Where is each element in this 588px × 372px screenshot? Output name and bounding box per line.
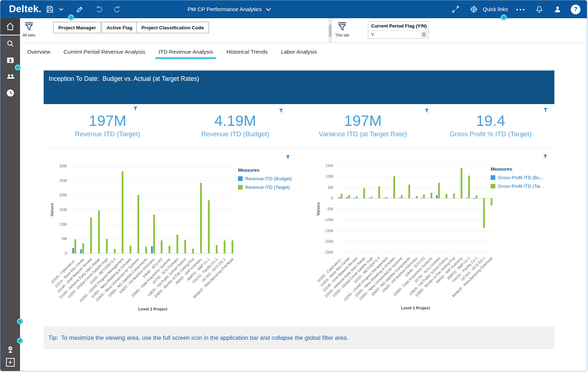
quick-links-target-icon[interactable] [469,4,479,14]
filter-classification-code-button[interactable]: Project Classification Code [136,22,209,33]
bar[interactable] [386,197,388,198]
bar[interactable] [216,245,218,253]
bar[interactable] [384,198,385,198]
bar[interactable] [483,198,485,228]
bar[interactable] [348,195,350,198]
bar[interactable] [423,195,425,198]
bar[interactable] [453,194,455,198]
legend-item[interactable]: Gross Profit ITD (Tar... [491,183,548,189]
bar[interactable] [468,176,470,198]
all-tabs-filter[interactable]: All tabs [18,22,40,37]
bar[interactable] [438,183,440,198]
bar[interactable] [137,195,139,253]
sidebar-search-icon[interactable] [0,35,20,52]
bar[interactable] [476,195,477,198]
this-tab-filter[interactable]: This tab [331,22,353,37]
bar[interactable] [145,247,147,253]
bar[interactable] [153,215,155,253]
bar[interactable] [371,197,373,198]
kpi-filter-funnel-icon[interactable] [133,106,138,113]
bar[interactable] [114,249,116,253]
fullscreen-expand-icon[interactable] [451,4,461,14]
bar[interactable] [208,200,210,253]
title-chevron-down-icon[interactable] [266,6,271,13]
bar[interactable] [491,198,492,206]
quick-links-label[interactable]: Quick links [483,6,508,12]
bar[interactable] [192,249,194,253]
kpi-filter-funnel-icon[interactable] [424,108,429,115]
bar[interactable] [401,195,403,198]
kpi-filter-funnel-icon[interactable] [279,108,283,115]
kpi-revenue-itd-target[interactable]: 197M Revenue ITD (Target) [44,104,171,148]
tab-labor-analysis[interactable]: Labor Analysis [281,43,317,60]
bar[interactable] [80,249,82,253]
bar[interactable] [106,239,108,253]
edit-pencil-icon[interactable] [75,4,85,14]
bar[interactable] [461,168,462,198]
tab-historical-trends[interactable]: Historical Trends [226,43,267,60]
bar[interactable] [369,198,370,198]
hotspot-marker[interactable] [501,15,506,20]
save-chevron-down-icon[interactable] [58,4,64,14]
sidebar-home-icon[interactable] [0,18,20,35]
bar[interactable] [421,198,423,198]
tab-itd-revenue-analysis[interactable]: ITD Revenue Analysis [159,43,213,60]
filter-project-manager-button[interactable]: Project Manager [53,22,101,33]
bar[interactable] [232,240,233,253]
bar[interactable] [151,246,153,253]
legend-item[interactable]: Revenue ITD (Target) [238,185,295,190]
bar[interactable] [341,194,342,198]
bar[interactable] [130,246,131,253]
kpi-gross-profit-pct[interactable]: 19.4 Gross Profit % ITD (Target) [427,104,554,148]
sidebar-add-icon[interactable]: + [6,358,15,367]
legend-item[interactable]: Gross Profit ITD (Bu... [491,175,548,180]
bar[interactable] [399,198,400,198]
hotspot-marker[interactable] [15,65,20,70]
help-icon[interactable]: ? [571,5,580,14]
more-options-icon[interactable]: ••• [516,6,526,13]
hotspot-marker[interactable] [17,319,23,324]
bar[interactable] [184,240,186,253]
bar[interactable] [161,240,162,253]
bar[interactable] [431,193,432,198]
kpi-filter-funnel-icon[interactable] [543,108,548,114]
sidebar-user-check-icon[interactable] [0,342,20,358]
bar[interactable] [378,186,380,198]
bar[interactable] [122,171,123,253]
bar[interactable] [408,185,410,198]
legend-item[interactable]: Revenue ITD (Budget) [238,176,295,181]
bar[interactable] [363,188,365,198]
bar[interactable] [393,176,395,198]
bar[interactable] [416,196,418,198]
chart-filter-funnel-icon[interactable] [543,154,548,161]
bar[interactable] [473,198,475,199]
bar[interactable] [82,243,84,253]
bar[interactable] [466,198,468,198]
bar[interactable] [200,183,202,253]
user-profile-icon[interactable] [553,4,563,14]
bar[interactable] [169,246,170,253]
hotspot-marker[interactable] [68,15,74,20]
bar[interactable] [72,248,74,253]
sidebar-clock-icon[interactable] [0,85,20,101]
notifications-bell-icon[interactable] [534,4,544,14]
tab-overview[interactable]: Overview [27,43,50,60]
hotspot-marker[interactable] [17,338,23,343]
bar[interactable] [436,195,438,198]
chart-filter-funnel-icon[interactable] [286,155,290,161]
bar[interactable] [176,235,178,253]
bar[interactable] [339,197,340,198]
bar[interactable] [224,240,225,253]
bar[interactable] [354,198,355,198]
bar[interactable] [90,217,92,253]
bar[interactable] [98,210,100,253]
save-icon[interactable] [45,4,55,14]
sidebar-contacts-icon[interactable] [0,68,20,85]
current-period-flag-filter-chip[interactable]: Current Period Flag (Y/N) Y 1 [368,21,429,39]
bar[interactable] [74,239,76,253]
filter-active-flag-button[interactable]: Active Flag [102,22,137,33]
bar[interactable] [346,197,348,198]
bar[interactable] [356,196,358,198]
bar[interactable] [446,194,447,198]
kpi-variance-itd[interactable]: 197M Variance ITD (at Target Rate) [299,104,427,148]
